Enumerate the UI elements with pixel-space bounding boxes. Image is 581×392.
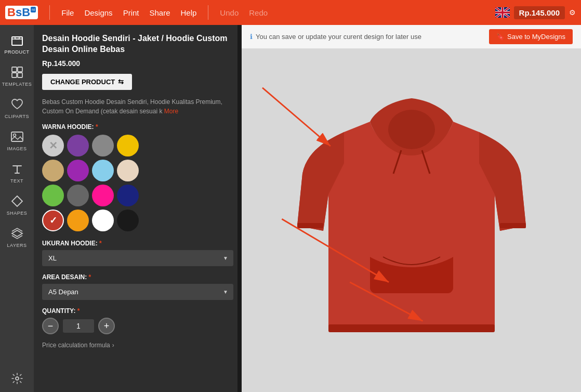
color-swatch-tan[interactable] [42,160,64,181]
color-grid: ✕✓ [42,135,233,231]
price-display: Rp.145.000 [514,6,565,19]
hoodie-canvas [242,49,581,392]
svg-rect-4 [18,67,22,72]
color-swatch-violet[interactable] [67,160,89,181]
nav-redo[interactable]: Redo [244,0,273,25]
quantity-increase-button[interactable]: + [98,318,115,334]
color-swatch-white[interactable] [92,210,114,231]
color-section-label: WARNA HOODIE: * [42,123,233,130]
nav-designs[interactable]: Designs [79,0,117,25]
svg-rect-1 [12,37,22,45]
sidebar-label-templates: TEMPLATES [2,82,32,87]
color-swatch-dark-gray[interactable] [67,185,89,206]
svg-rect-2 [15,37,19,39]
nav-separator-2 [208,5,208,20]
svg-point-9 [16,377,19,380]
navbar-right: Rp.145.000 ⚙ [495,6,576,19]
color-swatch-cream[interactable] [117,160,139,181]
color-swatch-light-blue[interactable] [92,160,114,181]
size-section: UKURAN HOODIE: * XL XS S M L XXL [42,240,233,266]
bookmark-icon: 🔖 [496,33,505,41]
area-dropdown[interactable]: A5 Depan A5 Belakang A4 Depan A4 Belakan… [42,284,233,300]
flag-icon [495,7,510,18]
info-icon: ℹ [250,33,253,41]
area-label: AREA DESAIN: * [42,273,233,281]
product-panel: Desain Hoodie Sendiri - Jaket / Hoodie C… [34,25,242,392]
diamond-icon [10,194,24,208]
color-swatch-none[interactable]: ✕ [42,135,64,156]
sidebar-label-text: TEXT [10,178,23,184]
sidebar-item-settings[interactable] [0,367,34,392]
panel-title: Desain Hoodie Sendiri - Jaket / Hoodie C… [42,33,233,55]
nav-file[interactable]: File [56,0,79,25]
quantity-section: Quantity: * − + [42,307,233,334]
color-swatch-gray[interactable] [92,135,114,156]
change-icon: ⇆ [118,78,124,86]
svg-rect-14 [297,223,323,228]
settings-icon [11,372,23,385]
svg-rect-5 [12,73,17,77]
svg-point-8 [13,134,16,137]
main-area: PRODUCT TEMPLATES CLIPARTS [0,25,581,392]
navbar: BsBni File Designs Print Share Help Undo… [0,0,581,25]
size-label: UKURAN HOODIE: * [42,240,233,247]
svg-rect-3 [12,67,17,72]
quantity-row: − + [42,318,233,334]
panel-price: Rp.145.000 [42,59,233,68]
more-link[interactable]: More [164,108,178,115]
quantity-input[interactable] [63,319,94,333]
area-section: AREA DESAIN: * A5 Depan A5 Belakang A4 D… [42,273,233,300]
size-dropdown-wrapper: XL XS S M L XXL [42,250,233,266]
nav-undo[interactable]: Undo [215,0,244,25]
nav-share[interactable]: Share [144,0,175,25]
color-swatch-hot-pink[interactable] [92,185,114,206]
notification-bar: ℹ You can save or update your curent des… [242,25,581,49]
icon-sidebar: PRODUCT TEMPLATES CLIPARTS [0,25,34,392]
save-label: Save to MyDesigns [507,33,565,41]
text-icon [10,162,24,176]
image-icon [10,129,24,144]
svg-rect-13 [328,324,495,332]
quantity-label: Quantity: * [42,307,233,315]
sidebar-item-shapes[interactable]: SHAPES [0,189,34,221]
price-formula-link[interactable]: Price calculation formula › [42,342,233,349]
nav-separator [49,5,50,20]
sidebar-item-images[interactable]: IMAGES [0,124,34,156]
sidebar-item-cliparts[interactable]: CLIPARTS [0,92,34,124]
size-dropdown[interactable]: XL XS S M L XXL [42,250,233,266]
color-swatch-orange[interactable] [67,210,89,231]
sidebar-item-product[interactable]: PRODUCT [0,28,34,60]
chevron-right-icon: › [112,342,114,349]
canvas-area: ℹ You can save or update your curent des… [242,25,581,392]
color-swatch-black[interactable] [117,210,139,231]
svg-rect-6 [18,73,22,77]
notif-text: You can save or update your curent desig… [256,33,421,41]
color-swatch-dark-blue[interactable] [117,185,139,206]
save-button[interactable]: 🔖 Save to MyDesigns [489,29,573,44]
change-product-button[interactable]: CHANGE PRODUCT ⇆ [42,74,132,90]
user-icon[interactable]: ⚙ [569,8,576,17]
box-icon [10,33,24,47]
svg-rect-7 [11,132,23,141]
notif-text-row: ℹ You can save or update your curent des… [250,33,421,41]
sidebar-label-cliparts: CLIPARTS [5,114,29,119]
area-dropdown-wrapper: A5 Depan A5 Belakang A4 Depan A4 Belakan… [42,284,233,300]
color-swatch-yellow[interactable] [117,135,139,156]
hoodie-display [292,70,531,371]
nav-print[interactable]: Print [118,0,144,25]
sidebar-item-text[interactable]: TEXT [0,156,34,189]
sidebar-label-layers: LAYERS [7,243,27,248]
logo[interactable]: BsBni [5,6,38,19]
change-product-label: CHANGE PRODUCT [50,78,115,86]
svg-point-10 [388,110,435,149]
layers-icon [10,226,24,241]
quantity-decrease-button[interactable]: − [42,318,59,334]
color-swatch-green[interactable] [42,185,64,206]
color-swatch-red[interactable]: ✓ [42,210,64,231]
nav-help[interactable]: Help [176,0,202,25]
sidebar-item-templates[interactable]: TEMPLATES [0,60,34,92]
sidebar-label-shapes: SHAPES [7,211,28,216]
product-description: Bebas Custom Hoodie Desain Sendiri, Hood… [42,97,233,116]
color-swatch-purple[interactable] [67,135,89,156]
sidebar-item-layers[interactable]: LAYERS [0,221,34,253]
